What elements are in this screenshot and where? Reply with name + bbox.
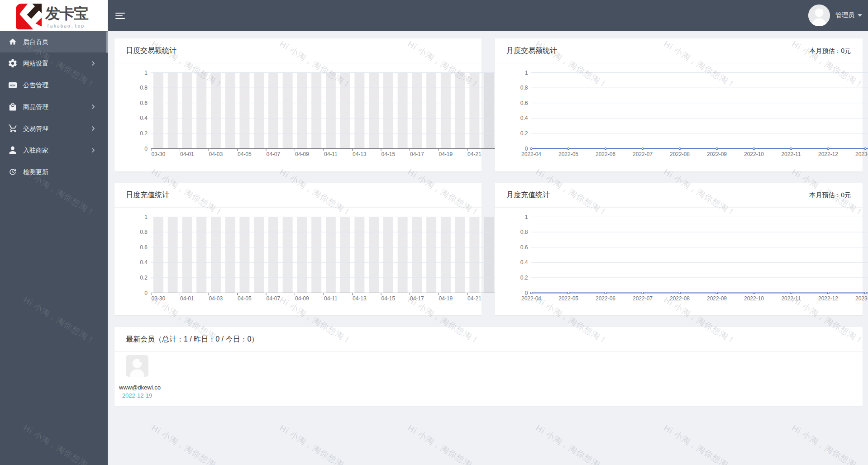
bar-background bbox=[441, 217, 451, 293]
bar-background bbox=[311, 73, 321, 149]
bar-background bbox=[484, 217, 494, 293]
sidebar-item-后台首页[interactable]: 后台首页 bbox=[0, 31, 108, 52]
monthly-recharge-chart[interactable]: 00.20.40.60.812022-042022-052022-062022-… bbox=[495, 208, 868, 316]
sidebar-item-检测更新[interactable]: 检测更新 bbox=[0, 161, 108, 183]
x-axis-label: 04-21 bbox=[467, 295, 482, 302]
bar-background bbox=[398, 73, 408, 149]
bar-background bbox=[283, 73, 293, 149]
data-point bbox=[827, 292, 829, 294]
bar-background bbox=[297, 73, 307, 149]
brand-logo-icon bbox=[16, 4, 42, 29]
y-axis-label: 0.6 bbox=[140, 100, 148, 106]
hamburger-icon bbox=[115, 15, 123, 17]
sidebar-item-交易管理[interactable]: 交易管理 bbox=[0, 118, 108, 139]
chevron-right-icon bbox=[92, 148, 95, 152]
y-axis-label: 0.6 bbox=[520, 100, 528, 106]
sidebar: 发卡宝 fakabao.top 后台首页网站设置NEW公告管理商品管理交易管理入… bbox=[0, 0, 108, 465]
data-point bbox=[605, 148, 606, 150]
chevron-right-icon bbox=[92, 61, 95, 66]
bar-background bbox=[153, 73, 163, 149]
member-email: www@dkewl.com bbox=[119, 384, 161, 390]
sidebar-item-入驻商家[interactable]: 入驻商家 bbox=[0, 139, 108, 161]
data-point bbox=[568, 292, 569, 294]
data-point bbox=[605, 292, 606, 294]
x-axis-label: 04-15 bbox=[382, 295, 396, 302]
card-head: 日度交易额统计 bbox=[114, 38, 482, 63]
user-name: 管理员 bbox=[835, 11, 854, 19]
y-axis-label: 1 bbox=[525, 70, 528, 76]
card-title: 日度交易额统计 bbox=[126, 38, 176, 63]
bar-background bbox=[369, 73, 379, 149]
y-axis-label: 0.4 bbox=[140, 115, 148, 121]
header: 管理员 bbox=[108, 0, 868, 31]
data-point bbox=[716, 148, 718, 150]
bar-background bbox=[484, 73, 494, 149]
bar-background bbox=[340, 217, 350, 293]
y-axis-label: 0.2 bbox=[140, 275, 148, 281]
y-axis-label: 0.8 bbox=[140, 229, 148, 235]
data-point bbox=[530, 292, 532, 294]
sidebar-menu: 后台首页网站设置NEW公告管理商品管理交易管理入驻商家检测更新 bbox=[0, 31, 108, 183]
data-point bbox=[753, 292, 755, 294]
x-axis-label: 2022-06 bbox=[596, 295, 615, 302]
x-axis-label: 2022-05 bbox=[558, 295, 578, 302]
x-axis-label: 04-03 bbox=[209, 151, 223, 157]
bar-background bbox=[412, 73, 422, 149]
card-head: 最新会员（总计：1 / 昨日：0 / 今日：0） bbox=[114, 327, 863, 352]
bar-background bbox=[196, 217, 206, 293]
bar-background bbox=[211, 73, 221, 149]
data-point bbox=[827, 148, 829, 150]
x-axis-label: 04-01 bbox=[180, 151, 194, 157]
main-content: 日度交易额统计 00.20.40.60.8103-3004-0104-0304-… bbox=[108, 31, 868, 465]
person-silhouette-icon bbox=[808, 5, 830, 26]
bar-background bbox=[153, 217, 163, 293]
x-axis-label: 2022-07 bbox=[633, 151, 653, 157]
card-latest-members: 最新会员（总计：1 / 昨日：0 / 今日：0） www@dkewl.com 2… bbox=[114, 327, 863, 406]
y-axis-label: 0.2 bbox=[520, 130, 528, 137]
logo-area[interactable]: 发卡宝 fakabao.top bbox=[0, 0, 108, 31]
card-daily-recharge: 日度充值统计 00.20.40.60.8103-3004-0104-0304-0… bbox=[114, 183, 482, 315]
bar-background bbox=[383, 217, 393, 293]
data-point bbox=[864, 148, 866, 150]
bar-background bbox=[283, 217, 293, 293]
card-title: 最新会员（总计：1 / 昨日：0 / 今日：0） bbox=[126, 327, 258, 351]
sidebar-item-商品管理[interactable]: 商品管理 bbox=[0, 96, 108, 118]
bar-background bbox=[254, 73, 264, 149]
home-icon bbox=[9, 38, 17, 46]
svg-text:NEW: NEW bbox=[10, 84, 15, 87]
bar-background bbox=[211, 217, 221, 293]
data-point bbox=[568, 148, 569, 150]
chevron-right-icon bbox=[92, 104, 95, 109]
x-axis-label: 04-07 bbox=[267, 295, 281, 302]
bar-background bbox=[225, 217, 235, 293]
bar-background bbox=[398, 217, 408, 293]
card-head: 月度交易额统计 本月预估：0元 bbox=[495, 38, 863, 63]
data-point bbox=[642, 292, 644, 294]
monthly-trade-chart[interactable]: 00.20.40.60.812022-042022-052022-062022-… bbox=[495, 63, 868, 171]
menu-toggle-button[interactable] bbox=[115, 12, 125, 19]
sidebar-item-公告管理[interactable]: NEW公告管理 bbox=[0, 74, 108, 96]
x-axis-label: 04-01 bbox=[180, 295, 194, 302]
x-axis-label: 04-09 bbox=[295, 295, 309, 302]
bar-background bbox=[182, 217, 192, 293]
x-axis-label: 04-13 bbox=[353, 151, 367, 157]
sidebar-item-label: 交易管理 bbox=[23, 118, 48, 139]
y-axis-label: 0.4 bbox=[520, 259, 528, 266]
sidebar-item-网站设置[interactable]: 网站设置 bbox=[0, 52, 108, 74]
x-axis-label: 2022-09 bbox=[707, 295, 727, 302]
data-point bbox=[864, 292, 866, 294]
bar-background bbox=[340, 73, 350, 149]
card-head: 月度充值统计 本月预估：0元 bbox=[495, 183, 863, 208]
y-axis-label: 0.8 bbox=[520, 229, 528, 235]
sidebar-scrollbar-thumb[interactable] bbox=[106, 31, 108, 53]
x-axis-label: 04-09 bbox=[295, 151, 309, 157]
x-axis-label: 2023-01 bbox=[855, 151, 868, 157]
bar-background bbox=[455, 73, 465, 149]
bar-background bbox=[326, 73, 336, 149]
card-head: 日度充值统计 bbox=[114, 183, 482, 208]
sidebar-item-label: 商品管理 bbox=[23, 96, 48, 118]
y-axis-label: 0.4 bbox=[520, 115, 528, 121]
bar-background bbox=[268, 217, 278, 293]
user-menu[interactable]: 管理员 bbox=[808, 0, 862, 31]
bar-background bbox=[455, 217, 465, 293]
